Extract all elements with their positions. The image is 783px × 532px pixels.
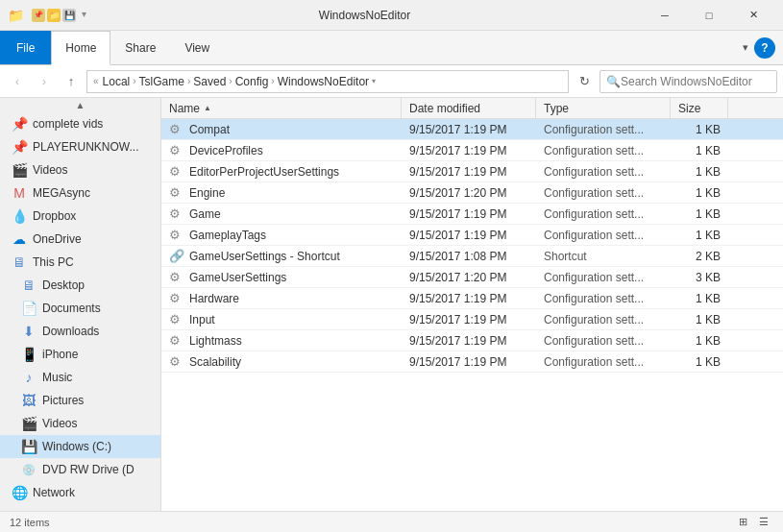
sidebar-item-desktop[interactable]: 🖥 Desktop (0, 274, 160, 297)
breadcrumb-windowsnoeditor: WindowsNoEditor (278, 75, 369, 88)
file-name: ⚙ Hardware (161, 291, 402, 306)
table-row[interactable]: ⚙ Engine 9/15/2017 1:20 PM Configuration… (161, 182, 783, 204)
sidebar-item-dropbox[interactable]: 💧 Dropbox (0, 205, 160, 228)
sidebar-item-videos-quick[interactable]: 🎬 Videos (0, 158, 160, 181)
dropbox-icon: 💧 (12, 208, 27, 224)
table-row[interactable]: ⚙ Scalability 9/15/2017 1:19 PM Configur… (161, 351, 783, 373)
main-content: ▲ 📌 complete vids 📌 PLAYERUNKNOW... 🎬 Vi… (0, 98, 783, 511)
ribbon-chevron[interactable]: ▾ (737, 39, 754, 56)
file-size: 1 KB (671, 165, 728, 179)
up-button[interactable]: ↑ (60, 70, 83, 93)
sidebar-item-pictures[interactable]: 🖼 Pictures (0, 389, 160, 412)
table-row[interactable]: ⚙ GameplayTags 9/15/2017 1:19 PM Configu… (161, 225, 783, 246)
file-date: 9/15/2017 1:08 PM (402, 250, 536, 263)
file-name: ⚙ DeviceProfiles (161, 143, 402, 158)
table-row[interactable]: ⚙ Lightmass 9/15/2017 1:19 PM Configurat… (161, 330, 783, 351)
table-row[interactable]: ⚙ Compat 9/15/2017 1:19 PM Configuration… (161, 119, 783, 140)
file-size: 1 KB (671, 355, 728, 369)
column-header-size[interactable]: Size (671, 98, 728, 118)
sidebar-item-music[interactable]: ♪ Music (0, 366, 160, 389)
file-type: Shortcut (536, 250, 671, 263)
search-box[interactable]: 🔍 (599, 70, 777, 93)
file-list: Name ▲ Date modified Type Size ⚙ Compat … (161, 98, 783, 511)
sidebar-item-documents[interactable]: 📄 Documents (0, 297, 160, 320)
tab-home[interactable]: Home (51, 31, 110, 65)
column-header-type[interactable]: Type (536, 98, 671, 118)
minimize-button[interactable]: ─ (643, 0, 687, 31)
file-icon: ⚙ (169, 333, 184, 349)
file-size: 1 KB (671, 123, 728, 136)
search-icon: 🔍 (606, 75, 621, 88)
help-button[interactable]: ? (754, 37, 775, 59)
quick-access-pin[interactable]: 📌 (32, 9, 45, 22)
table-row[interactable]: ⚙ Hardware 9/15/2017 1:19 PM Configurati… (161, 288, 783, 309)
sidebar-item-windows-c[interactable]: 💾 Windows (C:) (0, 435, 160, 458)
file-icon: 🔗 (169, 249, 184, 264)
table-row[interactable]: ⚙ Game 9/15/2017 1:19 PM Configuration s… (161, 204, 783, 225)
table-row[interactable]: ⚙ Input 9/15/2017 1:19 PM Configuration … (161, 309, 783, 330)
sidebar-item-complete-vids[interactable]: 📌 complete vids (0, 112, 160, 135)
tab-share[interactable]: Share (110, 31, 170, 64)
downloads-icon: ⬇ (21, 324, 37, 339)
file-type: Configuration sett... (536, 144, 671, 157)
file-date: 9/15/2017 1:19 PM (402, 313, 536, 326)
documents-icon: 📄 (21, 301, 37, 316)
file-name: ⚙ GameplayTags (161, 228, 402, 243)
file-date: 9/15/2017 1:19 PM (402, 292, 536, 305)
search-input[interactable] (621, 75, 771, 88)
file-date: 9/15/2017 1:20 PM (402, 186, 536, 200)
sidebar-item-onedrive[interactable]: ☁ OneDrive (0, 228, 160, 251)
file-icon: ⚙ (169, 185, 184, 201)
file-type: Configuration sett... (536, 123, 671, 136)
tab-file[interactable]: File (0, 31, 51, 64)
status-bar: 12 items ⊞ ☰ (0, 511, 783, 532)
item-count: 12 items (10, 517, 50, 528)
file-type: Configuration sett... (536, 313, 671, 326)
file-size: 2 KB (671, 250, 728, 263)
back-button[interactable]: ‹ (6, 70, 29, 93)
breadcrumb-dropdown[interactable]: ▾ (372, 77, 376, 85)
refresh-button[interactable]: ↻ (573, 70, 596, 93)
table-row[interactable]: ⚙ EditorPerProjectUserSettings 9/15/2017… (161, 161, 783, 182)
sidebar-item-playerunknown[interactable]: 📌 PLAYERUNKNOW... (0, 135, 160, 158)
quick-access-folder[interactable]: 📁 (47, 9, 61, 22)
sidebar-item-this-pc[interactable]: 🖥 This PC (0, 251, 160, 274)
table-row[interactable]: ⚙ DeviceProfiles 9/15/2017 1:19 PM Confi… (161, 140, 783, 161)
sidebar-item-iphone[interactable]: 📱 iPhone (0, 343, 160, 366)
file-size: 1 KB (671, 186, 728, 200)
column-header-date[interactable]: Date modified (402, 98, 536, 118)
table-row[interactable]: 🔗 GameUserSettings - Shortcut 9/15/2017 … (161, 246, 783, 267)
window-title: WindowsNoEditor (86, 9, 643, 22)
breadcrumb-sep-4: › (271, 76, 274, 86)
view-controls: ⊞ ☰ (733, 514, 773, 531)
window-controls: ─ □ ✕ (643, 0, 775, 31)
network-icon: 🌐 (12, 485, 27, 500)
sidebar-item-network[interactable]: 🌐 Network (0, 481, 160, 504)
file-icon: ⚙ (169, 122, 184, 137)
address-breadcrumb[interactable]: « Local › TslGame › Saved › Config › Win… (86, 70, 569, 93)
sidebar-item-megasync[interactable]: M MEGAsync (0, 181, 160, 205)
file-icon: ⚙ (169, 143, 184, 158)
table-row[interactable]: ⚙ GameUserSettings 9/15/2017 1:20 PM Con… (161, 267, 783, 288)
close-button[interactable]: ✕ (731, 0, 775, 31)
grid-view-button[interactable]: ⊞ (733, 514, 752, 531)
sidebar-scroll-up[interactable]: ▲ (0, 98, 160, 112)
list-view-button[interactable]: ☰ (754, 514, 773, 531)
file-type: Configuration sett... (536, 229, 671, 242)
column-header-name[interactable]: Name ▲ (161, 98, 402, 118)
pictures-icon: 🖼 (21, 393, 37, 408)
tab-view[interactable]: View (170, 31, 224, 64)
forward-button[interactable]: › (33, 70, 56, 93)
breadcrumb-tslgame: TslGame (139, 75, 184, 88)
quick-access-save[interactable]: 💾 (62, 9, 76, 22)
file-icon: ⚙ (169, 270, 184, 285)
sidebar: ▲ 📌 complete vids 📌 PLAYERUNKNOW... 🎬 Vi… (0, 98, 161, 511)
file-date: 9/15/2017 1:19 PM (402, 165, 536, 179)
file-name: ⚙ GameUserSettings (161, 270, 402, 285)
sidebar-item-dvd-drive[interactable]: 💿 DVD RW Drive (D (0, 458, 160, 481)
sidebar-item-videos[interactable]: 🎬 Videos (0, 412, 160, 435)
maximize-button[interactable]: □ (687, 0, 731, 31)
title-bar: 📁 📌 📁 💾 ▾ WindowsNoEditor ─ □ ✕ (0, 0, 783, 31)
title-bar-quick-access: 📌 📁 💾 ▾ (32, 9, 86, 22)
sidebar-item-downloads[interactable]: ⬇ Downloads (0, 320, 160, 343)
